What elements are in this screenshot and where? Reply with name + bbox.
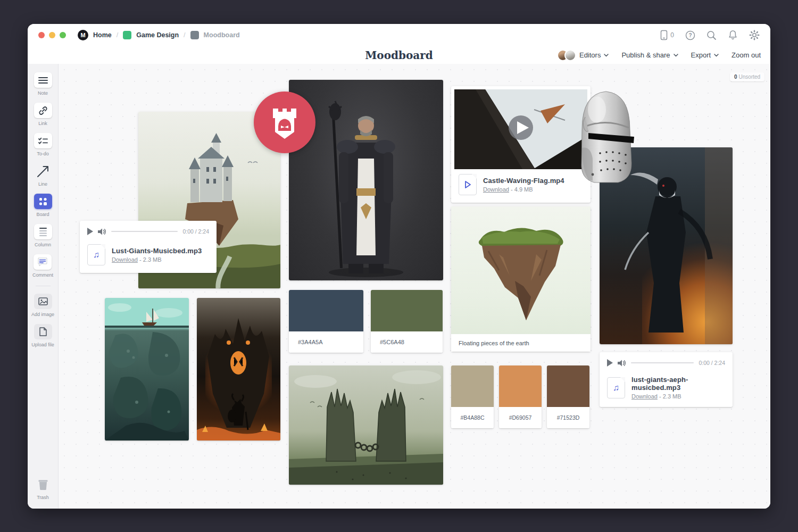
tool-label: Add image — [31, 312, 54, 317]
unsorted-count: 0 — [734, 74, 737, 80]
video-thumbnail[interactable] — [454, 89, 587, 169]
zoom-out-label: Zoom out — [732, 51, 761, 59]
audio-filename: Lust-Giants-Musicbed.mp3 — [112, 247, 202, 255]
editor-avatars — [557, 49, 576, 61]
phone-icon — [660, 30, 668, 40]
top-bar: M Home / Game Design / Moodboard 0 ? — [28, 24, 770, 46]
editors-menu[interactable]: Editors — [557, 49, 609, 61]
audio-filesize: 2.3 MB — [663, 393, 681, 400]
color-swatch-card[interactable]: #D69057 — [499, 365, 542, 428]
notifications-button[interactable] — [728, 30, 738, 40]
tool-add-image[interactable]: Add image — [31, 294, 54, 317]
tool-label: Board — [36, 212, 49, 217]
breadcrumb-separator: / — [117, 31, 118, 39]
line-arrow-icon — [36, 164, 50, 178]
color-block — [289, 290, 363, 331]
app-logo-icon[interactable]: M — [78, 30, 88, 40]
helmet-cutout-image[interactable] — [569, 84, 643, 186]
color-swatch-card[interactable]: #5C6A48 — [371, 290, 443, 353]
search-button[interactable] — [706, 30, 717, 40]
audio-card-left[interactable]: 0:00 / 2:24 ♫ Lust-Giants-Musicbed.mp3 D… — [80, 221, 217, 273]
breadcrumb-home[interactable]: Home — [93, 31, 112, 39]
editors-label: Editors — [579, 51, 601, 59]
unsorted-badge[interactable]: 0Unsorted — [730, 72, 764, 81]
tool-todo[interactable]: To-do — [34, 133, 52, 156]
close-window-button[interactable] — [38, 32, 45, 38]
gear-icon — [749, 30, 760, 40]
color-hex-label: #3A4A5A — [289, 331, 363, 353]
tool-line[interactable]: Line — [34, 163, 52, 187]
settings-button[interactable] — [749, 30, 760, 40]
volume-icon[interactable] — [618, 360, 626, 367]
color-block — [547, 365, 589, 407]
board-icon — [39, 197, 47, 206]
chevron-down-icon — [714, 54, 719, 57]
color-swatch-card[interactable]: #B4A88C — [451, 365, 494, 428]
color-hex-label: #B4A88C — [451, 407, 494, 428]
fire-demon-artwork-image — [197, 298, 280, 440]
export-menu[interactable]: Export — [691, 51, 719, 59]
add-image-icon — [38, 297, 48, 305]
tool-label: Comment — [32, 272, 53, 278]
tool-link[interactable]: Link — [34, 103, 52, 126]
game-logo[interactable] — [254, 92, 315, 153]
audio-card-right[interactable]: 0:00 / 2:24 ♫ lust-giants-aeph-musicbed.… — [600, 352, 733, 407]
maximize-window-button[interactable] — [60, 32, 66, 38]
tool-trash[interactable]: Trash — [34, 477, 52, 500]
tool-label: Link — [38, 121, 47, 126]
download-link[interactable]: Download — [112, 256, 138, 263]
audio-time: 0:00 / 2:24 — [182, 228, 209, 235]
audio-time: 0:00 / 2:24 — [699, 360, 725, 366]
audio-progress-bar[interactable] — [631, 362, 694, 363]
svg-text:?: ? — [688, 32, 692, 38]
zoom-out-button[interactable]: Zoom out — [732, 51, 761, 59]
play-button[interactable] — [607, 359, 613, 367]
volume-icon[interactable] — [98, 228, 106, 235]
title-bar: Moodboard Editors Publish & share Export… — [28, 46, 770, 64]
island-image-card[interactable]: Floating pieces of the earth — [451, 206, 591, 352]
app-window: M Home / Game Design / Moodboard 0 ? — [28, 24, 770, 509]
board-canvas[interactable]: 0Unsorted — [59, 64, 770, 509]
avatar — [564, 49, 576, 61]
audio-progress-bar[interactable] — [111, 231, 178, 232]
mobile-count: 0 — [670, 31, 674, 39]
mobile-device-button[interactable]: 0 — [660, 30, 674, 40]
tool-label: Note — [38, 90, 48, 96]
tool-board[interactable]: Board — [34, 194, 52, 217]
download-link[interactable]: Download — [631, 393, 658, 400]
breadcrumb-project[interactable]: Game Design — [136, 31, 179, 39]
video-file-icon — [459, 174, 477, 195]
giant-hands-image-card[interactable] — [289, 365, 443, 485]
giant-hands-artwork-image — [289, 365, 443, 485]
tool-column[interactable]: Column — [34, 224, 52, 247]
tool-label: Line — [38, 181, 47, 187]
tool-label: Upload file — [31, 342, 54, 347]
meta-separator: - — [511, 186, 513, 193]
color-swatch-card[interactable]: #71523D — [547, 365, 589, 428]
help-button[interactable]: ? — [685, 30, 695, 40]
fire-demon-image-card[interactable] — [197, 298, 280, 440]
island-caption[interactable]: Floating pieces of the earth — [451, 334, 591, 352]
sea-monster-image-card[interactable] — [105, 298, 189, 440]
breadcrumb-separator: / — [184, 31, 185, 39]
breadcrumb: M Home / Game Design / Moodboard — [78, 30, 240, 40]
download-link[interactable]: Download — [483, 186, 509, 193]
publish-share-label: Publish & share — [621, 51, 670, 59]
tool-note[interactable]: Note — [34, 72, 52, 96]
search-icon — [706, 30, 717, 40]
tool-upload-file[interactable]: Upload file — [31, 324, 54, 347]
bell-icon — [728, 30, 738, 40]
video-filesize: 4.9 MB — [514, 186, 533, 193]
castle-crest-icon — [254, 92, 315, 153]
color-block — [371, 290, 443, 331]
minimize-window-button[interactable] — [49, 32, 55, 38]
color-hex-label: #71523D — [547, 407, 589, 428]
tool-label: Trash — [37, 495, 49, 500]
tool-comment[interactable]: Comment — [32, 254, 53, 278]
play-button[interactable] — [87, 228, 93, 235]
chevron-down-icon — [604, 54, 609, 57]
publish-share-menu[interactable]: Publish & share — [621, 51, 678, 59]
color-hex-label: #5C6A48 — [371, 331, 443, 353]
color-swatch-card[interactable]: #3A4A5A — [289, 290, 363, 353]
note-icon — [38, 77, 48, 84]
